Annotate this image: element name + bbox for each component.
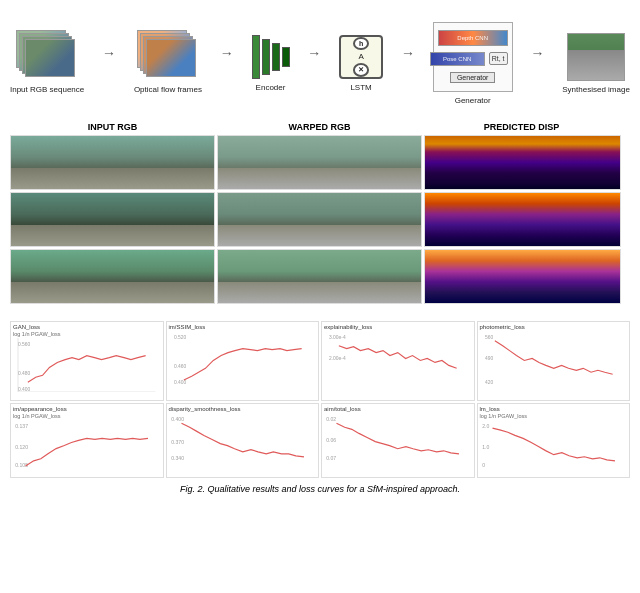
chart-appearance-loss: im/appearance_loss log 1/n PGAW_loss 0.1…: [10, 403, 164, 478]
svg-text:0.120: 0.120: [15, 444, 28, 450]
chart-photometric-loss: photometric_loss 560 490 420 0.00k 12.0k…: [477, 321, 631, 401]
image-grid: [8, 135, 632, 304]
warped-image-1: [218, 136, 421, 189]
enc-layer-1: [252, 35, 260, 79]
svg-text:0.400: 0.400: [174, 380, 187, 385]
svg-text:0.560: 0.560: [18, 342, 31, 347]
figure-caption: Fig. 2. Qualitative results and loss cur…: [8, 484, 632, 494]
chart-gan-area: 0.560 0.480 0.400 0.00k 12.0k 24.0k: [13, 338, 161, 392]
disp-image-2: [425, 193, 620, 246]
pipeline-lstm: h A ✕ LSTM: [339, 35, 383, 92]
grid-header-disp: PREDICTED DISP: [424, 122, 619, 132]
synth-image-preview: [567, 33, 625, 81]
chart-lm-loss: lm_loss log 1/n PGAW_loss 2.0 1.0 0 3.00…: [477, 403, 631, 478]
disp-image-1: [425, 136, 620, 189]
chart-total-svg: 0.02 0.06 0.07 3.00k 12.0k 24.0k: [324, 413, 472, 462]
lstm-node-h: h: [353, 37, 369, 51]
chart-lm-title: lm_loss: [480, 406, 628, 412]
chart-smooth-loss: disparity_smoothness_loss 0.400 0.370 0.…: [166, 403, 320, 478]
grid-cell-warped-1: [217, 135, 422, 190]
grid-header-warped: WARPED RGB: [217, 122, 422, 132]
pipeline-optical-flow: Optical flow frames: [134, 33, 202, 94]
grid-cell-rgb-1: [10, 135, 215, 190]
grid-cell-disp-1: [424, 135, 621, 190]
svg-text:0.400: 0.400: [171, 416, 184, 422]
pipeline-row: Input RGB sequence → Optical flow frames…: [8, 8, 632, 118]
chart-appearance-title: im/appearance_loss: [13, 406, 161, 412]
grid-cell-warped-3: [217, 249, 422, 304]
svg-text:0.07: 0.07: [326, 455, 336, 461]
chart-total-title: aim/total_loss: [324, 406, 472, 412]
grid-header-rgb: INPUT RGB: [10, 122, 215, 132]
chart-smooth-svg: 0.400 0.370 0.340 3.00k 12.0k 24.0k: [169, 413, 317, 462]
grid-headers: INPUT RGB WARPED RGB PREDICTED DISP: [8, 122, 632, 132]
svg-text:0.02: 0.02: [326, 416, 336, 422]
chart-lm-svg: 2.0 1.0 0 3.00k 12.0k 24.0k: [480, 420, 628, 469]
chart-gan-subtitle: log 1/n PGAW_loss: [13, 331, 161, 337]
arrow-3: →: [307, 45, 321, 61]
svg-text:0.480: 0.480: [18, 371, 31, 376]
charts-section: GAN_loss log 1/n PGAW_loss 0.560 0.480 0…: [8, 321, 632, 481]
chart-appearance-svg: 0.137 0.120 0.105 3.00k 12.0k 24.0k: [13, 420, 161, 469]
caption-text: Fig. 2. Qualitative results and loss cur…: [180, 484, 460, 494]
grid-cell-disp-3: [424, 249, 621, 304]
flow-frame-1: [146, 39, 196, 77]
svg-text:2.00e-4: 2.00e-4: [329, 356, 346, 361]
rgb-image-1: [11, 136, 214, 189]
chart-explain-svg: 3.00e-4 2.00e-4 0.00k 12.0k 24.0k: [324, 331, 472, 385]
chart-gan-title: GAN_loss: [13, 324, 161, 330]
rgb-frames: [17, 33, 77, 81]
enc-layer-3: [272, 43, 280, 71]
rt-label: Rt, t: [492, 55, 505, 62]
input-rgb-label: Input RGB sequence: [10, 85, 84, 94]
enc-layer-2: [262, 39, 270, 75]
rgb-image-3: [11, 250, 214, 303]
chart-photometric-svg: 560 490 420 0.00k 12.0k 24.0k: [480, 331, 628, 385]
synth-road: [568, 50, 624, 80]
svg-text:0.400: 0.400: [18, 387, 31, 392]
enc-layer-4: [282, 47, 290, 67]
depth-cnn-label: Depth CNN: [457, 35, 488, 41]
generator-block: Depth CNN Pose CNN Rt, t Generator: [433, 22, 513, 92]
flow-frames: [138, 33, 198, 81]
rt-box: Rt, t: [489, 52, 508, 65]
chart-lm-area: 2.0 1.0 0 3.00k 12.0k 24.0k: [480, 420, 628, 469]
chart-explain-loss: explainability_loss 3.00e-4 2.00e-4 0.00…: [321, 321, 475, 401]
pipeline-synth: Synthesised image: [562, 33, 630, 94]
chart-explain-title: explainability_loss: [324, 324, 472, 330]
pose-cnn-label: Pose CNN: [443, 56, 471, 62]
svg-text:3.00e-4: 3.00e-4: [329, 335, 346, 340]
svg-text:0.370: 0.370: [171, 439, 184, 445]
svg-text:0.06: 0.06: [326, 437, 336, 443]
chart-ssim-title: im/SSIM_loss: [169, 324, 317, 330]
arrow-5: →: [530, 45, 544, 61]
svg-text:560: 560: [485, 335, 493, 340]
chart-smooth-area: 0.400 0.370 0.340 3.00k 12.0k 24.0k: [169, 413, 317, 462]
rgb-image-2: [11, 193, 214, 246]
warped-image-2: [218, 193, 421, 246]
svg-text:0: 0: [482, 462, 485, 468]
image-grid-section: INPUT RGB WARPED RGB PREDICTED DISP: [8, 122, 632, 317]
pipeline-encoder: Encoder: [252, 35, 290, 92]
pose-cnn: Pose CNN: [430, 52, 485, 66]
svg-text:0.340: 0.340: [171, 455, 184, 461]
lstm-block: h A ✕: [339, 35, 383, 79]
depth-cnn: Depth CNN: [438, 30, 508, 46]
chart-gan-svg: 0.560 0.480 0.400 0.00k 12.0k 24.0k: [13, 338, 161, 392]
chart-ssim-svg: 0.520 0.460 0.400 0.00k 12.0k 24.0k: [169, 331, 317, 385]
chart-total-area: 0.02 0.06 0.07 3.00k 12.0k 24.0k: [324, 413, 472, 462]
warped-image-3: [218, 250, 421, 303]
chart-appearance-subtitle: log 1/n PGAW_loss: [13, 413, 161, 419]
synth-label: Synthesised image: [562, 85, 630, 94]
lstm-label: LSTM: [350, 83, 371, 92]
svg-text:1.0: 1.0: [482, 444, 489, 450]
chart-smooth-title: disparity_smoothness_loss: [169, 406, 317, 412]
grid-cell-rgb-2: [10, 192, 215, 247]
chart-photometric-area: 560 490 420 0.00k 12.0k 24.0k: [480, 331, 628, 385]
lstm-node-x: ✕: [353, 63, 369, 77]
chart-ssim-loss: im/SSIM_loss 0.520 0.460 0.400 0.00k 12.…: [166, 321, 320, 401]
chart-photometric-title: photometric_loss: [480, 324, 628, 330]
encoder-layers: [252, 35, 290, 79]
svg-text:490: 490: [485, 356, 493, 361]
disp-image-3: [425, 250, 620, 303]
